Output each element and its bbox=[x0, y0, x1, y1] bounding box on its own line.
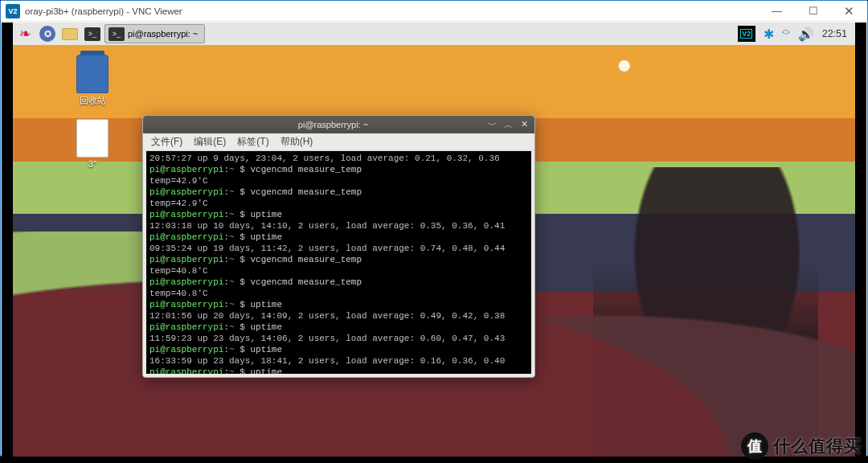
terminal-line: pi@raspberrypi:~ $ uptime bbox=[149, 344, 528, 355]
terminal-line: 12:03:18 up 10 days, 14:10, 2 users, loa… bbox=[149, 220, 528, 232]
vnc-server-tray-icon[interactable]: V2 bbox=[738, 26, 755, 42]
window-minimize-button[interactable]: — bbox=[759, 1, 795, 22]
watermark-text: 什么值得买 bbox=[773, 435, 862, 457]
text-file-desktop-icon[interactable]: 3'' bbox=[64, 119, 121, 169]
web-browser-launcher[interactable]: ✪ bbox=[37, 24, 58, 43]
menu-file[interactable]: 文件(F) bbox=[151, 135, 182, 149]
globe-icon: ✪ bbox=[39, 26, 55, 42]
trash-icon bbox=[76, 55, 108, 93]
watermark-badge-icon: 值 bbox=[741, 432, 768, 460]
menu-help[interactable]: 帮助(H) bbox=[280, 135, 313, 149]
vnc-titlebar[interactable]: V2 oray-pi3b+ (raspberrypi) - VNC Viewer… bbox=[1, 1, 867, 22]
terminal-launcher[interactable]: >_ bbox=[82, 24, 103, 43]
terminal-line: 20:57:27 up 9 days, 23:04, 2 users, load… bbox=[149, 153, 528, 164]
terminal-line: temp=42.9'C bbox=[149, 198, 528, 209]
menu-tabs[interactable]: 标签(T) bbox=[237, 135, 268, 149]
terminal-line: pi@raspberrypi:~ $ vcgencmd measure_temp bbox=[149, 186, 528, 198]
task-label: pi@raspberrypi: ~ bbox=[128, 29, 198, 39]
right-black-strip bbox=[855, 23, 866, 457]
terminal-line: temp=40.8'C bbox=[149, 265, 528, 277]
terminal-maximize-button[interactable]: ︿ bbox=[502, 119, 514, 131]
taskbar-terminal-entry[interactable]: >_ pi@raspberrypi: ~ bbox=[104, 24, 205, 43]
volume-icon[interactable]: 🔊 bbox=[798, 27, 814, 42]
terminal-line: pi@raspberrypi:~ $ vcgencmd measure_temp bbox=[149, 254, 528, 265]
terminal-title-text: pi@raspberrypi: ~ bbox=[180, 120, 486, 129]
terminal-icon: >_ bbox=[108, 27, 125, 41]
terminal-body[interactable]: 20:57:27 up 9 days, 23:04, 2 users, load… bbox=[146, 151, 531, 374]
terminal-line: pi@raspberrypi:~ $ vcgencmd measure_temp bbox=[149, 277, 528, 288]
remote-desktop[interactable]: ❧ ✪ >_ >_ pi@raspberrypi: ~ V2 ✱ ⌔ 🔊 22:… bbox=[2, 23, 866, 457]
terminal-minimize-button[interactable]: ﹀ bbox=[486, 119, 497, 131]
vnc-viewer-window: V2 oray-pi3b+ (raspberrypi) - VNC Viewer… bbox=[0, 0, 868, 457]
folder-icon bbox=[62, 28, 78, 40]
bluetooth-icon[interactable]: ✱ bbox=[764, 27, 774, 42]
window-maximize-button[interactable]: ☐ bbox=[795, 1, 831, 22]
menu-edit[interactable]: 编辑(E) bbox=[194, 135, 226, 149]
file-manager-launcher[interactable] bbox=[59, 24, 80, 43]
wifi-icon[interactable]: ⌔ bbox=[782, 27, 790, 41]
trash-desktop-icon[interactable]: 回收站 bbox=[64, 55, 121, 107]
terminal-close-button[interactable]: ✕ bbox=[518, 119, 530, 131]
terminal-line: pi@raspberrypi:~ $ uptime bbox=[149, 367, 528, 374]
terminal-line: pi@raspberrypi:~ $ uptime bbox=[149, 299, 528, 310]
raspberry-icon: ❧ bbox=[19, 25, 31, 43]
pi-menu-button[interactable]: ❧ bbox=[14, 24, 35, 43]
terminal-line: temp=40.8'C bbox=[149, 288, 528, 299]
system-tray: V2 ✱ ⌔ 🔊 22:51 bbox=[738, 23, 850, 45]
panel-clock[interactable]: 22:51 bbox=[822, 28, 850, 39]
left-black-strip bbox=[2, 23, 13, 457]
pi-top-panel: ❧ ✪ >_ >_ pi@raspberrypi: ~ V2 ✱ ⌔ 🔊 22:… bbox=[13, 23, 855, 45]
terminal-line: 11:59:23 up 23 days, 14:06, 2 users, loa… bbox=[149, 333, 528, 344]
file-icon bbox=[76, 119, 108, 158]
terminal-line: pi@raspberrypi:~ $ uptime bbox=[149, 209, 528, 220]
terminal-line: 09:35:24 up 19 days, 11:42, 2 users, loa… bbox=[149, 243, 528, 254]
terminal-line: pi@raspberrypi:~ $ uptime bbox=[149, 232, 528, 243]
terminal-menubar: 文件(F) 编辑(E) 标签(T) 帮助(H) bbox=[143, 133, 534, 151]
window-close-button[interactable]: ✕ bbox=[831, 1, 867, 22]
vnc-app-icon: V2 bbox=[6, 4, 20, 18]
trash-label: 回收站 bbox=[64, 95, 121, 107]
file-label: 3'' bbox=[64, 159, 121, 169]
terminal-line: 12:01:56 up 20 days, 14:09, 2 users, loa… bbox=[149, 310, 528, 322]
terminal-window[interactable]: pi@raspberrypi: ~ ﹀ ︿ ✕ 文件(F) 编辑(E) 标签(T… bbox=[142, 115, 535, 378]
terminal-line: pi@raspberrypi:~ $ uptime bbox=[149, 322, 528, 333]
terminal-line: temp=42.9'C bbox=[149, 175, 528, 186]
watermark: 值 什么值得买 bbox=[741, 432, 862, 460]
terminal-titlebar[interactable]: pi@raspberrypi: ~ ﹀ ︿ ✕ bbox=[143, 116, 534, 133]
terminal-icon: >_ bbox=[84, 27, 100, 41]
terminal-line: pi@raspberrypi:~ $ vcgencmd measure_temp bbox=[149, 164, 528, 175]
terminal-line: 16:33:59 up 23 days, 18:41, 2 users, loa… bbox=[149, 355, 528, 367]
vnc-title-text: oray-pi3b+ (raspberrypi) - VNC Viewer bbox=[25, 6, 759, 16]
